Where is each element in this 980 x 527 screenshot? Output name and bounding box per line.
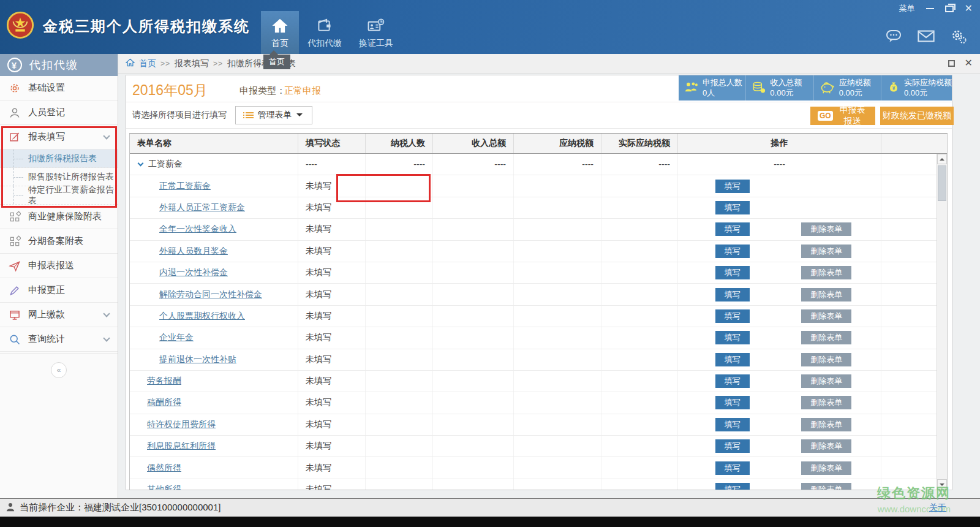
fill-button[interactable]: 填写: [715, 288, 750, 301]
fill-button[interactable]: 填写: [715, 461, 750, 475]
delete-form-button[interactable]: 删除表单: [801, 309, 851, 323]
form-link[interactable]: 偶然所得: [147, 463, 181, 474]
delete-form-button[interactable]: 删除表单: [801, 288, 851, 301]
fill-button[interactable]: 填写: [715, 309, 750, 323]
sidebar-item-1[interactable]: 人员登记: [0, 100, 118, 125]
fiscal-paid-tax-button[interactable]: 财政统发已缴税额: [880, 107, 954, 125]
form-link[interactable]: 外籍人员数月奖金: [159, 246, 228, 257]
sidebar-item-4[interactable]: 分期备案附表: [0, 229, 118, 254]
breadcrumb-item-home[interactable]: 首页: [139, 58, 156, 69]
actual-tax-cell: [601, 306, 678, 327]
window-controls: 菜单 ✕: [899, 2, 973, 15]
scroll-down-icon[interactable]: [937, 479, 947, 490]
sidebar-collapse-button[interactable]: «: [51, 362, 67, 378]
tab-home[interactable]: 首页: [261, 11, 299, 54]
breadcrumb-item-report-fill[interactable]: 报表填写: [175, 58, 209, 69]
scrollbar-thumb[interactable]: [938, 165, 946, 201]
fill-button[interactable]: 填写: [715, 439, 750, 453]
sidebar-item-8[interactable]: 查询统计: [0, 327, 118, 352]
tab-cert-tool[interactable]: 换证工具: [350, 11, 402, 54]
delete-form-button[interactable]: 删除表单: [801, 353, 851, 366]
message-icon[interactable]: [886, 29, 902, 46]
header-icons: [886, 28, 967, 47]
form-link[interactable]: 外籍人员正常工资薪金: [159, 202, 245, 213]
delete-form-button[interactable]: 删除表单: [801, 222, 851, 236]
fill-button[interactable]: 填写: [715, 245, 750, 258]
panel-close-icon[interactable]: ✕: [965, 59, 973, 67]
actions-cell: 填写删除表单: [678, 349, 881, 370]
delete-form-button[interactable]: 删除表单: [801, 331, 851, 344]
sidebar-subitem-2-1[interactable]: 限售股转让所得报告表: [0, 168, 118, 186]
sidebar-item-7[interactable]: 网上缴款: [0, 303, 118, 327]
form-link[interactable]: 稿酬所得: [147, 397, 181, 408]
settings-gear-icon[interactable]: [951, 28, 967, 47]
fill-status-cell: 未填写: [298, 436, 366, 457]
action-slot: 填写: [685, 201, 780, 214]
fill-button[interactable]: 填写: [715, 201, 750, 214]
about-link[interactable]: 关于: [929, 502, 946, 514]
group-expand-chevron-icon[interactable]: [138, 160, 144, 166]
form-link[interactable]: 提前退休一次性补贴: [159, 354, 236, 365]
piggy-bank-icon: [819, 80, 836, 97]
mail-icon[interactable]: [918, 29, 935, 45]
scroll-up-icon[interactable]: [937, 154, 947, 164]
fill-button[interactable]: 填写: [715, 374, 750, 388]
go-icon: GO: [818, 111, 833, 121]
actions-cell: 填写删除表单: [678, 457, 881, 478]
form-link[interactable]: 内退一次性补偿金: [159, 267, 228, 278]
table-row: 劳务报酬未填写填写删除表单: [130, 371, 937, 392]
fill-button[interactable]: 填写: [715, 331, 750, 344]
form-link[interactable]: 个人股票期权行权收入: [159, 311, 245, 322]
sidebar-subitem-2-0[interactable]: 扣缴所得税报告表: [0, 150, 118, 168]
table-scrollbar[interactable]: [937, 154, 947, 490]
form-link[interactable]: 解除劳动合同一次性补偿金: [159, 289, 262, 300]
sidebar-item-3[interactable]: 商业健康保险附表: [0, 205, 118, 229]
sidebar-subitem-label: 限售股转让所得报告表: [28, 172, 114, 183]
menu-button[interactable]: 菜单: [899, 3, 915, 14]
delete-form-button[interactable]: 删除表单: [801, 266, 851, 279]
submit-report-button[interactable]: GO 申报表报送: [810, 107, 875, 125]
panel-maximize-icon[interactable]: [948, 60, 955, 67]
group-dash-cell: ----: [433, 154, 514, 175]
fill-button[interactable]: 填写: [715, 483, 750, 490]
sidebar-item-label: 分期备案附表: [28, 235, 83, 247]
form-link[interactable]: 劳务报酬: [147, 376, 181, 387]
delete-form-button[interactable]: 删除表单: [801, 439, 851, 453]
total-income-cell: [433, 175, 514, 196]
form-link[interactable]: 特许权使用费所得: [147, 419, 216, 430]
fill-status-cell: 未填写: [298, 175, 366, 196]
delete-form-button[interactable]: 删除表单: [801, 418, 851, 431]
sidebar-item-6[interactable]: 申报更正: [0, 278, 118, 303]
restore-icon[interactable]: [945, 6, 954, 12]
form-link[interactable]: 全年一次性奖金收入: [159, 224, 236, 235]
close-icon[interactable]: ✕: [965, 4, 973, 13]
fill-button[interactable]: 填写: [715, 222, 750, 236]
fill-status-cell: 未填写: [298, 241, 366, 262]
delete-form-button[interactable]: 删除表单: [801, 245, 851, 258]
minimize-icon[interactable]: [926, 8, 934, 9]
sidebar-subitem-2-2[interactable]: 特定行业工资薪金报告表: [0, 186, 118, 205]
delete-form-button[interactable]: 删除表单: [801, 374, 851, 388]
tab-withholding[interactable]: 代扣代缴: [299, 11, 350, 54]
form-link[interactable]: 利息股息红利所得: [147, 441, 216, 452]
panel-window-controls: ✕: [948, 59, 973, 67]
sidebar-item-2[interactable]: 报表填写: [0, 125, 118, 150]
form-link[interactable]: 正常工资薪金: [159, 181, 211, 192]
tax-payable-cell: [514, 219, 601, 240]
fill-button[interactable]: 填写: [715, 418, 750, 431]
form-link[interactable]: 其他所得: [147, 484, 181, 490]
fill-button[interactable]: 填写: [715, 396, 750, 409]
sidebar-item-5[interactable]: 申报表报送: [0, 254, 118, 278]
sidebar-header-label: 代扣代缴: [29, 58, 78, 72]
delete-form-button[interactable]: 删除表单: [801, 396, 851, 409]
delete-form-button[interactable]: 删除表单: [801, 461, 851, 475]
action-slot: 填写: [685, 483, 780, 490]
delete-form-button[interactable]: 删除表单: [801, 483, 851, 490]
fill-button[interactable]: 填写: [715, 266, 750, 279]
manage-forms-button[interactable]: 管理表单: [235, 106, 312, 124]
stat-tax-payable: 应纳税额 0.00元: [813, 75, 881, 100]
fill-button[interactable]: 填写: [715, 180, 750, 193]
fill-button[interactable]: 填写: [715, 353, 750, 366]
form-link[interactable]: 企业年金: [159, 332, 194, 343]
sidebar-item-0[interactable]: 基础设置: [0, 76, 118, 100]
